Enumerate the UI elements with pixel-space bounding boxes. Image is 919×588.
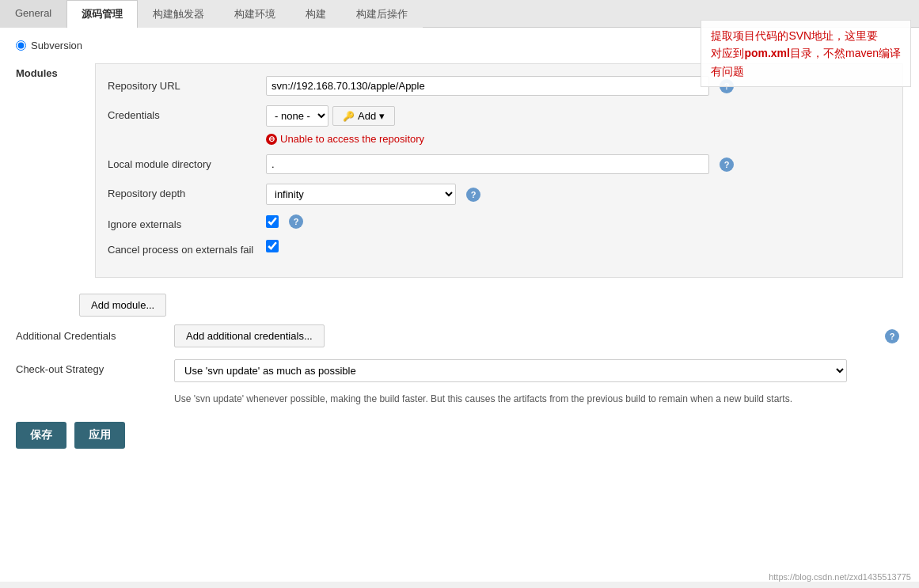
repo-url-help-icon[interactable]: ? (720, 79, 734, 93)
local-module-control: ? (266, 154, 891, 174)
cancel-externals-control (266, 240, 891, 252)
save-button[interactable]: 保存 (16, 422, 66, 449)
error-icon: ⊖ (266, 134, 277, 145)
main-content: Subversion Modules Repository URL ? (0, 28, 919, 582)
apply-button[interactable]: 应用 (74, 422, 125, 449)
watermark: https://blog.csdn.net/zxd1435513775 (769, 572, 911, 582)
repo-depth-control: infinity empty files immediates ? (266, 184, 891, 205)
checkout-strategy-control: Use 'svn update' as much as possible Alw… (174, 359, 903, 382)
add-dropdown-icon: ▾ (379, 110, 385, 122)
repo-url-label: Repository URL (108, 76, 266, 92)
subversion-radio[interactable] (16, 40, 26, 51)
checkout-strategy-label: Check-out Strategy (16, 359, 174, 375)
checkout-strategy-select[interactable]: Use 'svn update' as much as possible Alw… (174, 359, 847, 382)
bottom-buttons: 保存 应用 (16, 422, 903, 449)
repo-url-input[interactable] (266, 76, 709, 96)
repo-url-row: Repository URL ? (108, 76, 891, 96)
key-icon: 🔑 (343, 111, 355, 122)
repo-depth-row: Repository depth infinity empty files im… (108, 184, 891, 205)
cancel-externals-label: Cancel process on externals fail (108, 240, 266, 256)
ignore-externals-help-icon[interactable]: ? (289, 214, 303, 229)
local-module-input[interactable] (266, 154, 709, 174)
checkout-description: Use 'svn update' whenever possible, maki… (174, 392, 847, 406)
module-box: Repository URL ? Credentials - none - (95, 63, 903, 278)
credentials-add-button[interactable]: 🔑 Add ▾ (332, 106, 395, 126)
tab-post[interactable]: 构建后操作 (341, 0, 423, 28)
ignore-externals-checkbox[interactable] (266, 215, 279, 228)
cancel-externals-checkbox[interactable] (266, 240, 279, 252)
add-additional-credentials-button[interactable]: Add additional credentials... (174, 324, 325, 347)
ignore-externals-row: Ignore externals ? (108, 214, 891, 230)
tab-build[interactable]: 构建 (291, 0, 341, 28)
local-module-label: Local module directory (108, 154, 266, 170)
add-button-label: Add (358, 110, 376, 122)
additional-credentials-label: Additional Credentials (16, 330, 174, 342)
additional-credentials-help-icon[interactable]: ? (885, 329, 899, 343)
repo-url-control: ? (266, 76, 891, 96)
tab-source[interactable]: 源码管理 (66, 0, 138, 28)
subversion-radio-row: Subversion (16, 40, 903, 51)
repo-depth-select[interactable]: infinity empty files immediates (266, 184, 456, 205)
error-text: Unable to access the repository (280, 133, 424, 145)
repo-depth-label: Repository depth (108, 184, 266, 199)
ignore-externals-label: Ignore externals (108, 214, 266, 230)
cancel-externals-row: Cancel process on externals fail (108, 240, 891, 256)
credentials-control: - none - 🔑 Add ▾ ⊖ Unable to access the … (266, 105, 891, 145)
add-module-button[interactable]: Add module... (79, 294, 166, 317)
additional-credentials-row: Additional Credentials Add additional cr… (16, 324, 903, 347)
subversion-label: Subversion (31, 40, 82, 51)
ignore-externals-control: ? (266, 214, 891, 229)
credentials-error: ⊖ Unable to access the repository (266, 133, 891, 145)
tabs-bar: General 源码管理 构建触发器 构建环境 构建 构建后操作 (0, 0, 919, 28)
credentials-select[interactable]: - none - (266, 105, 328, 127)
credentials-row: Credentials - none - 🔑 Add ▾ (108, 105, 891, 145)
checkout-strategy-row: Check-out Strategy Use 'svn update' as m… (16, 359, 903, 382)
repo-depth-help-icon[interactable]: ? (466, 188, 480, 202)
credentials-label: Credentials (108, 105, 266, 121)
tab-env[interactable]: 构建环境 (219, 0, 291, 28)
tab-general[interactable]: General (0, 0, 66, 28)
local-module-row: Local module directory ? (108, 154, 891, 174)
modules-section-label: Modules (16, 63, 79, 317)
local-module-help-icon[interactable]: ? (720, 157, 734, 172)
tab-trigger[interactable]: 构建触发器 (138, 0, 219, 28)
